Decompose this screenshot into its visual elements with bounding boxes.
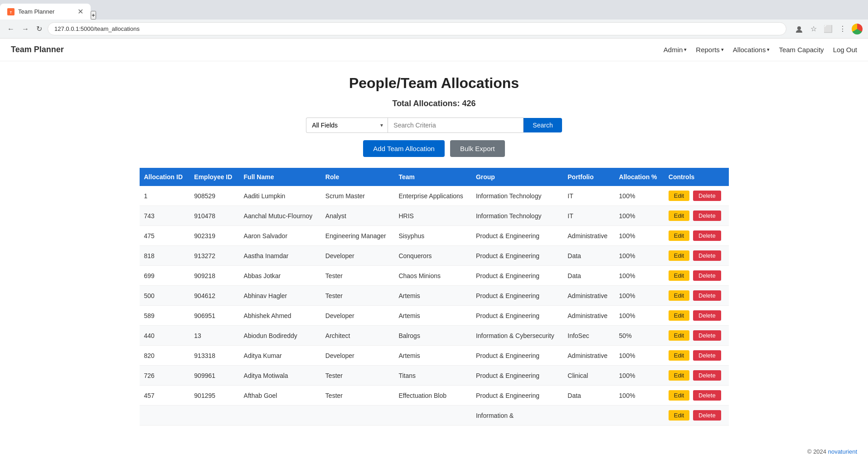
edit-button[interactable]: Edit xyxy=(669,330,689,341)
table-row: 743 910478 Aanchal Mutuc-Flournoy Analys… xyxy=(140,206,729,226)
header-full-name: Full Name xyxy=(239,168,321,186)
cell-emp-id: 902319 xyxy=(189,226,239,246)
nav-allocations[interactable]: Allocations xyxy=(733,46,770,54)
cell-role xyxy=(321,406,394,426)
svg-text:T: T xyxy=(10,11,12,14)
cell-allocation: 50% xyxy=(615,326,664,346)
header-controls: Controls xyxy=(664,168,729,186)
cell-allocation: 100% xyxy=(615,346,664,366)
nav-reports[interactable]: Reports xyxy=(696,46,724,54)
total-allocations: Total Allocations: 426 xyxy=(9,99,859,108)
edit-button[interactable]: Edit xyxy=(669,350,689,361)
delete-button[interactable]: Delete xyxy=(693,230,721,241)
cell-controls: Edit Delete xyxy=(664,386,729,406)
delete-button[interactable]: Delete xyxy=(693,330,721,341)
svg-point-2 xyxy=(797,26,801,30)
cell-emp-id: 910478 xyxy=(189,206,239,226)
cell-team: Artemis xyxy=(394,306,471,326)
edit-button[interactable]: Edit xyxy=(669,290,689,301)
app-brand[interactable]: Team Planner xyxy=(11,45,64,54)
cell-full-name: Aditya Motiwala xyxy=(239,366,321,386)
delete-button[interactable]: Delete xyxy=(693,290,721,301)
reload-button[interactable]: ↻ xyxy=(34,23,44,35)
cell-team: HRIS xyxy=(394,206,471,226)
edit-button[interactable]: Edit xyxy=(669,250,689,261)
cell-role: Tester xyxy=(321,286,394,306)
cell-team: Artemis xyxy=(394,286,471,306)
active-tab[interactable]: T Team Planner ✕ xyxy=(0,4,91,20)
edit-button[interactable]: Edit xyxy=(669,191,689,201)
cell-group: Product & Engineering xyxy=(471,366,563,386)
cell-alloc-id: 589 xyxy=(140,306,190,326)
cell-group: Information Technology xyxy=(471,206,563,226)
cell-controls: Edit Delete xyxy=(664,346,729,366)
cell-alloc-id: 726 xyxy=(140,366,190,386)
table-container: Allocation ID Employee ID Full Name Role… xyxy=(140,168,729,429)
delete-button[interactable]: Delete xyxy=(693,350,721,361)
bulk-export-button[interactable]: Bulk Export xyxy=(450,140,505,157)
star-icon[interactable]: ☆ xyxy=(808,24,819,34)
cell-portfolio: Data xyxy=(563,386,614,406)
nav-admin[interactable]: Admin xyxy=(664,46,687,54)
table-row: 457 901295 Afthab Goel Tester Effectuati… xyxy=(140,386,729,406)
delete-button[interactable]: Delete xyxy=(693,250,721,261)
delete-button[interactable]: Delete xyxy=(693,191,721,201)
cell-role: Tester xyxy=(321,266,394,286)
edit-button[interactable]: Edit xyxy=(669,390,689,401)
cell-portfolio: Administrative xyxy=(563,306,614,326)
delete-button[interactable]: Delete xyxy=(693,270,721,281)
new-tab-button[interactable]: + xyxy=(91,11,96,20)
tab-close-icon[interactable]: ✕ xyxy=(78,7,83,16)
edit-button[interactable]: Edit xyxy=(669,310,689,321)
cell-controls: Edit Delete xyxy=(664,266,729,286)
edit-button[interactable]: Edit xyxy=(669,230,689,241)
cell-group: Product & Engineering xyxy=(471,386,563,406)
nav-logout[interactable]: Log Out xyxy=(833,46,857,54)
table-body: 1 908529 Aaditi Lumpkin Scrum Master Ent… xyxy=(140,186,729,426)
cell-emp-id: 13 xyxy=(189,326,239,346)
extension-icon[interactable]: ⬜ xyxy=(823,24,834,34)
nav-team-capacity[interactable]: Team Capacity xyxy=(779,46,824,54)
cell-full-name: Aaditi Lumpkin xyxy=(239,186,321,206)
edit-button[interactable]: Edit xyxy=(669,210,689,221)
cell-controls: Edit Delete xyxy=(664,186,729,206)
delete-button[interactable]: Delete xyxy=(693,310,721,321)
delete-button[interactable]: Delete xyxy=(693,410,721,421)
cell-team: Effectuation Blob xyxy=(394,386,471,406)
footer-text: © 2024 xyxy=(807,448,828,455)
cell-allocation: 100% xyxy=(615,246,664,266)
delete-button[interactable]: Delete xyxy=(693,210,721,221)
cell-full-name: Afthab Goel xyxy=(239,386,321,406)
cell-portfolio: IT xyxy=(563,186,614,206)
cell-group: Information & Cybersecurity xyxy=(471,326,563,346)
cell-team: Sisyphus xyxy=(394,226,471,246)
add-team-allocation-button[interactable]: Add Team Allocation xyxy=(363,140,445,157)
delete-button[interactable]: Delete xyxy=(693,390,721,401)
menu-icon[interactable]: ⋮ xyxy=(837,24,848,34)
search-input[interactable] xyxy=(388,117,524,133)
forward-button[interactable]: → xyxy=(20,23,31,35)
edit-button[interactable]: Edit xyxy=(669,370,689,381)
cell-emp-id: 913272 xyxy=(189,246,239,266)
cell-role: Architect xyxy=(321,326,394,346)
address-input[interactable] xyxy=(48,22,786,35)
search-button[interactable]: Search xyxy=(524,118,562,132)
search-field-select[interactable]: All Fields Allocation ID Employee ID Ful… xyxy=(306,117,388,133)
profile-icon[interactable] xyxy=(794,24,805,34)
footer-link[interactable]: novaturient xyxy=(828,448,857,455)
back-button[interactable]: ← xyxy=(5,23,16,35)
table-row: 589 906951 Abhishek Ahmed Developer Arte… xyxy=(140,306,729,326)
cell-allocation: 100% xyxy=(615,286,664,306)
cell-full-name: Aditya Kumar xyxy=(239,346,321,366)
edit-button[interactable]: Edit xyxy=(669,270,689,281)
cell-team: Conquerors xyxy=(394,246,471,266)
cell-group: Product & Engineering xyxy=(471,286,563,306)
cell-controls: Edit Delete xyxy=(664,286,729,306)
cell-portfolio: Data xyxy=(563,246,614,266)
cell-alloc-id: 475 xyxy=(140,226,190,246)
table-row: 818 913272 Aastha Inamdar Developer Conq… xyxy=(140,246,729,266)
cell-emp-id: 908529 xyxy=(189,186,239,206)
edit-button[interactable]: Edit xyxy=(669,410,689,421)
delete-button[interactable]: Delete xyxy=(693,370,721,381)
browser-icons: ☆ ⬜ ⋮ xyxy=(794,24,863,34)
